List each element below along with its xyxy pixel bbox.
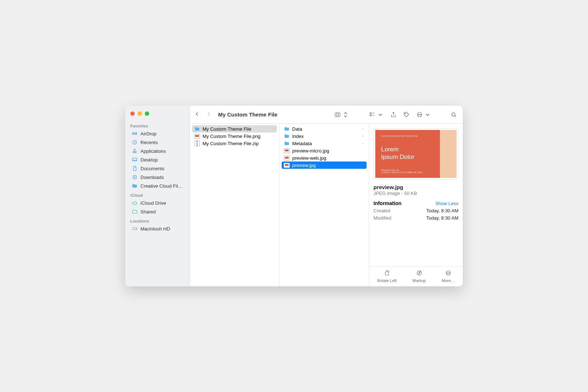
svg-rect-7 <box>370 113 371 114</box>
sidebar-item-applications[interactable]: Applications <box>127 147 188 155</box>
view-mode-button[interactable] <box>333 111 350 119</box>
chevron-right-icon <box>362 141 364 146</box>
info-label: Modified <box>373 215 391 221</box>
image-file-icon <box>284 162 290 168</box>
download-icon <box>132 174 138 180</box>
clock-icon <box>132 139 138 145</box>
image-file-icon <box>284 148 290 154</box>
folder-icon <box>132 183 138 189</box>
chevron-right-icon <box>362 134 364 139</box>
file-name: My Custom Theme File <box>203 126 251 132</box>
svg-point-19 <box>448 273 449 273</box>
show-less-button[interactable]: Show Less <box>435 201 458 206</box>
sidebar-item-documents[interactable]: Documents <box>127 164 188 173</box>
svg-rect-6 <box>335 113 340 117</box>
svg-point-13 <box>420 114 421 115</box>
quick-action-label: Rotate Left <box>377 278 397 283</box>
file-row[interactable]: preview-web.jpg <box>282 154 367 162</box>
sidebar-item-creative-cloud[interactable]: Creative Cloud Fil… <box>127 181 188 190</box>
file-row[interactable]: My Custom Theme File <box>192 125 277 132</box>
info-row: CreatedToday, 8:30 AM <box>373 208 458 213</box>
file-row[interactable]: My Custom Theme File.zip <box>192 140 277 147</box>
file-name: My Custom Theme File.png <box>203 134 260 139</box>
sidebar-item-downloads[interactable]: Downloads <box>127 173 188 181</box>
folder-icon <box>284 133 290 139</box>
column-1: My Custom Theme FileMy Custom Theme File… <box>190 124 279 286</box>
sidebar-item-macintosh-hd[interactable]: Macintosh HD <box>127 224 188 233</box>
window-controls <box>125 109 189 121</box>
sidebar-item-label: Macintosh HD <box>140 226 170 232</box>
cloud-icon <box>132 200 138 206</box>
file-name: preview-web.jpg <box>292 155 326 161</box>
sidebar-section-header: Locations <box>125 216 189 224</box>
tags-button[interactable] <box>402 111 411 119</box>
file-name: Metadata <box>292 141 312 146</box>
quick-action-markup[interactable]: Markup <box>413 270 426 283</box>
sidebar-section-header: Favorites <box>125 121 189 129</box>
preview-thumbnail: CUSTOM KEYNOTE TEMPLATE LoremIpsum Dolor… <box>373 128 458 180</box>
file-name: Index <box>292 134 304 139</box>
column-browser: My Custom Theme FileMy Custom Theme File… <box>190 124 463 286</box>
search-button[interactable] <box>449 111 458 119</box>
share-button[interactable] <box>389 111 398 119</box>
preview-pane: CUSTOM KEYNOTE TEMPLATE LoremIpsum Dolor… <box>369 124 463 286</box>
sidebar-item-label: Applications <box>140 148 166 154</box>
chevron-right-icon <box>362 126 364 132</box>
minimize-window-button[interactable] <box>138 111 142 116</box>
sidebar: Favorites AirDrop Recents Applications D… <box>125 106 190 286</box>
info-heading: Information <box>373 200 401 206</box>
rotate-icon <box>384 270 390 277</box>
folder-icon <box>284 140 290 146</box>
file-row[interactable]: Data <box>282 125 367 132</box>
quick-action-more-[interactable]: More… <box>442 270 455 283</box>
info-label: Created <box>373 208 390 213</box>
file-name: preview.jpg <box>292 163 316 168</box>
file-row[interactable]: preview.jpg <box>282 162 367 169</box>
sidebar-item-airdrop[interactable]: AirDrop <box>127 129 188 138</box>
preview-subtitle: JPEG image - 50 KB <box>373 191 458 196</box>
file-row[interactable]: My Custom Theme File.png <box>192 132 277 140</box>
file-row[interactable]: Metadata <box>282 140 367 147</box>
file-row[interactable]: Index <box>282 132 367 140</box>
sidebar-item-shared[interactable]: Shared <box>127 207 188 216</box>
sidebar-item-label: Documents <box>140 166 164 171</box>
info-value: Today, 8:30 AM <box>426 208 458 213</box>
zoom-window-button[interactable] <box>145 111 149 116</box>
group-button[interactable] <box>368 111 385 119</box>
image-file-icon <box>284 155 290 161</box>
sidebar-section-header: iCloud <box>125 190 189 199</box>
desktop-icon <box>132 157 138 163</box>
sidebar-item-label: Recents <box>140 140 158 145</box>
close-window-button[interactable] <box>130 111 135 116</box>
folder-icon <box>194 126 200 132</box>
file-row[interactable]: preview-micro.jpg <box>282 147 367 154</box>
sidebar-item-icloud-drive[interactable]: iCloud Drive <box>127 199 188 207</box>
toolbar: My Custom Theme File <box>190 106 463 124</box>
quick-action-rotate-left[interactable]: Rotate Left <box>377 270 397 283</box>
action-button[interactable] <box>415 111 432 119</box>
airdrop-icon <box>132 131 138 136</box>
quick-action-label: Markup <box>413 278 426 283</box>
sidebar-item-recents[interactable]: Recents <box>127 138 188 147</box>
svg-point-12 <box>419 114 420 115</box>
image-file-icon <box>194 133 200 139</box>
markup-icon <box>416 270 422 277</box>
main-area: My Custom Theme File My Custom Theme Fil… <box>190 106 463 286</box>
preview-filename: preview.jpg <box>373 184 458 190</box>
info-row: ModifiedToday, 8:30 AM <box>373 215 458 221</box>
svg-rect-2 <box>132 158 137 161</box>
document-icon <box>132 166 138 171</box>
svg-point-11 <box>418 114 419 115</box>
more-icon <box>445 270 452 277</box>
shared-icon <box>132 209 138 215</box>
window-title: My Custom Theme File <box>218 111 277 118</box>
quick-action-label: More… <box>442 278 455 283</box>
quick-actions: Rotate LeftMarkupMore… <box>369 266 463 286</box>
back-button[interactable] <box>194 111 200 118</box>
folder-icon <box>284 126 290 132</box>
info-value: Today, 8:30 AM <box>426 215 458 221</box>
forward-button[interactable] <box>206 111 212 118</box>
sidebar-item-label: AirDrop <box>140 131 156 136</box>
disk-icon <box>132 226 138 232</box>
sidebar-item-desktop[interactable]: Desktop <box>127 155 188 164</box>
